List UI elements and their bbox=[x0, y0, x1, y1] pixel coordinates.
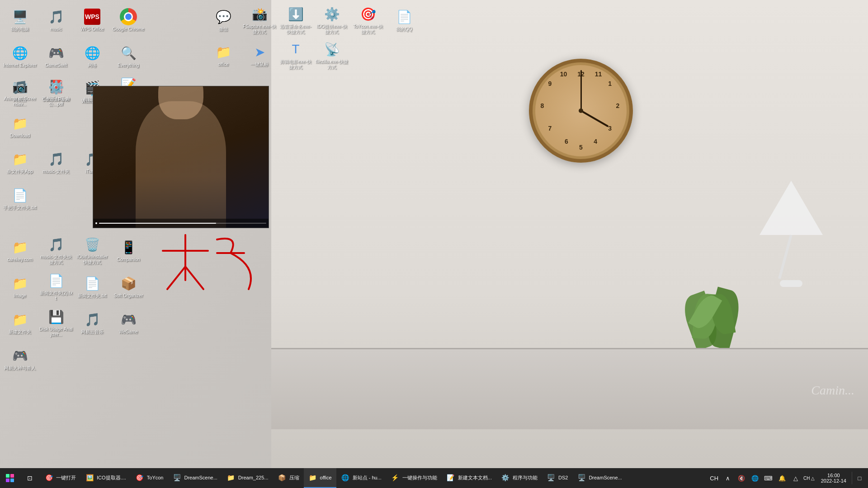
taskbar-app-dreamscene2[interactable]: 🖥️ DreamScene... bbox=[572, 468, 626, 488]
taskbar-app-xinjian-hu[interactable]: 🌐 新站点 - hu... bbox=[336, 468, 386, 488]
windows-logo-icon bbox=[5, 474, 14, 483]
icon-wangyi[interactable]: 🌐 网络 bbox=[75, 38, 110, 74]
taskbar-app-dream225[interactable]: 📁 Dream_225... bbox=[222, 468, 273, 488]
icon-everything[interactable]: 🔍 Everything bbox=[111, 38, 146, 74]
taskbar-app-dreamscene[interactable]: 🖥️ DreamScene... bbox=[168, 468, 222, 488]
icon-shenyu[interactable]: 🎮 网易大神与兽人 bbox=[2, 341, 38, 376]
taskbar-clock[interactable]: 16:00 2022-12-14 bbox=[817, 473, 850, 483]
taskbar-app-yijian-label: 一键操作与功能 bbox=[402, 474, 437, 481]
icon-office-folder[interactable]: 📁 office bbox=[206, 38, 241, 73]
taskbar-app-ds2[interactable]: 🖥️ DS2 bbox=[542, 468, 572, 488]
taskbar-app-textdoc-label: 新建文本文档... bbox=[458, 474, 492, 481]
yijian-icon: ⚡ bbox=[391, 473, 400, 482]
svg-line-3 bbox=[185, 267, 203, 289]
icon-arrow-app[interactable]: ➤ 一键鼠标 bbox=[242, 38, 277, 73]
volume-icon[interactable]: 🔇 bbox=[735, 472, 748, 484]
icon-typora[interactable]: T 剪辑电影exe-快捷方式 bbox=[278, 38, 313, 73]
icon-ido-exe[interactable]: ⚙️ IDO提供exe-快捷方式 bbox=[314, 2, 349, 38]
clock-num-11: 11 bbox=[595, 70, 602, 78]
icon-fsapture[interactable]: 📸 FSapture.exe-快捷方式 bbox=[242, 2, 277, 38]
taskbar-app-programs-label: 程序与功能 bbox=[513, 474, 538, 481]
icon-carekey[interactable]: 📁 carekey.com bbox=[2, 233, 38, 268]
quicktool-icon: 🎯 bbox=[44, 473, 53, 482]
icon-wegame[interactable]: 🎮 WeGame bbox=[111, 305, 146, 340]
icon-music[interactable]: 🎵 music bbox=[38, 2, 74, 38]
icon-control-panel[interactable]: ⚙️ Control Panel bbox=[38, 73, 74, 108]
network-icon[interactable]: 🌐 bbox=[749, 472, 761, 484]
start-button[interactable] bbox=[0, 468, 20, 488]
chevron-icon[interactable]: ∧ bbox=[722, 472, 734, 484]
icon-music-app[interactable]: 🎵 music-文件夹 bbox=[38, 145, 74, 180]
clock-num-2: 2 bbox=[616, 102, 619, 109]
icon-news1[interactable]: 📄 新闻文件夹.txt bbox=[75, 269, 110, 304]
taskbar-app-textdoc[interactable]: 📝 新建文本文档... bbox=[442, 468, 496, 488]
icon-pdf-folder[interactable]: 📄 手把手文件夹.txt bbox=[2, 181, 38, 216]
clock-time: 16:00 bbox=[827, 473, 840, 478]
icon-news2[interactable]: 📄 新闻文件夹(2).txt bbox=[38, 269, 74, 304]
clock-num-5: 5 bbox=[579, 144, 583, 151]
taskbar-app-dream225-label: Dream_225... bbox=[238, 475, 269, 480]
desktop-icons-lower: 📁 carekey.com 🎵 music-文件夹快捷方式 🗑️ IObitUn… bbox=[0, 230, 148, 379]
svg-line-2 bbox=[167, 267, 185, 289]
wall-clock: 12 1 2 3 4 5 6 7 8 9 10 11 bbox=[529, 59, 633, 163]
taskbar-app-ico-label: ICO提取器.... bbox=[97, 474, 126, 481]
handwriting-annotation bbox=[149, 226, 262, 316]
ds2-icon: 🖥️ bbox=[547, 473, 556, 482]
taskbar-system-tray: CH ∧ 🔇 🌐 ⌨ 🔔 △ CH △ 16:00 2022-12-14 □ bbox=[704, 468, 868, 488]
icon-filezilla[interactable]: 📡 filezilla.exe-快捷方式 bbox=[314, 38, 349, 73]
clock-num-7: 7 bbox=[548, 125, 552, 132]
taskbar-app-office[interactable]: 📁 office bbox=[304, 468, 336, 488]
icon-wechat[interactable]: 💬 微信 bbox=[206, 2, 241, 38]
taskbar-app-ds2-label: DS2 bbox=[558, 475, 568, 480]
clock-date: 2022-12-14 bbox=[821, 478, 846, 483]
taskbar-app-compress[interactable]: 📦 压缩 bbox=[273, 468, 304, 488]
taskbar-app-dreamscene-label: DreamScene... bbox=[184, 475, 217, 480]
taskbar-app-yijian[interactable]: ⚡ 一键操作与功能 bbox=[386, 468, 442, 488]
icon-google-chrome[interactable]: Google Chrome bbox=[111, 2, 146, 38]
icon-wangyi3[interactable]: 🎵 网易云 bbox=[2, 73, 38, 108]
desktop-wallpaper: 12 1 2 3 4 5 6 7 8 9 10 11 bbox=[271, 0, 868, 488]
icon-misc-app[interactable]: 📁 杂文件夹App bbox=[2, 145, 38, 180]
icon-disk-usage[interactable]: 💾 Disk Usage Analyzer... bbox=[38, 305, 74, 340]
icon-download[interactable]: 📁 Download bbox=[2, 109, 38, 144]
taskbar-app-toycon[interactable]: 🎯 ToYcon bbox=[131, 468, 168, 488]
ime-ch-icon[interactable]: CH △ bbox=[803, 472, 816, 484]
input-method-icon[interactable]: CH bbox=[708, 472, 721, 484]
icon-image-folder[interactable]: 📁 Image bbox=[2, 269, 38, 304]
dreamscene2-icon: 🖥️ bbox=[577, 473, 586, 482]
icon-xl-exe[interactable]: ⬇️ 迅雷重命名exe-快捷方式 bbox=[278, 2, 313, 38]
show-desktop-button[interactable]: □ bbox=[852, 472, 864, 484]
icon-companion[interactable]: 📱 Companion bbox=[111, 233, 146, 268]
icon-soft-organizer[interactable]: 📦 Soft Organizer bbox=[111, 269, 146, 304]
caret-up-icon[interactable]: △ bbox=[789, 472, 802, 484]
clock-num-3: 3 bbox=[608, 125, 612, 132]
taskbar-app-label: 一键打开 bbox=[56, 474, 76, 481]
icon-qq[interactable]: 📄 我的QQ bbox=[387, 2, 422, 38]
taskbar-app-compress-label: 压缩 bbox=[289, 474, 299, 481]
notification-icon[interactable]: 🔔 bbox=[776, 472, 788, 484]
video-preview[interactable] bbox=[93, 86, 269, 228]
taskbar-app-programs[interactable]: ⚙️ 程序与功能 bbox=[496, 468, 542, 488]
taskbar-app-ico[interactable]: 🖼️ ICO提取器.... bbox=[80, 468, 131, 488]
icon-computer[interactable]: 🖥️ 我的电脑 bbox=[2, 2, 38, 38]
dream225-icon: 📁 bbox=[226, 473, 236, 482]
clock-num-6: 6 bbox=[565, 138, 568, 145]
icon-wps-office[interactable]: WPS WPS Office bbox=[75, 2, 110, 38]
icon-netease-music[interactable]: 🎵 网易云音乐 bbox=[75, 305, 110, 340]
icon-gameswift[interactable]: 🎮 GameSwift bbox=[38, 38, 74, 74]
keyboard-icon[interactable]: ⌨ bbox=[762, 472, 775, 484]
svg-rect-5 bbox=[6, 474, 9, 478]
icon-ie[interactable]: 🌐 Internet Explorer bbox=[2, 38, 38, 74]
task-view-button[interactable]: ⊡ bbox=[20, 468, 40, 488]
clock-hour-hand bbox=[580, 110, 609, 127]
taskbar-app-toycon-label: ToYcon bbox=[147, 475, 164, 480]
icon-iobit[interactable]: 🗑️ IObitUninstaller快捷方式 bbox=[75, 233, 110, 268]
taskbar-app-quicktool[interactable]: 🎯 一键打开 bbox=[40, 468, 80, 488]
icon-music-folder[interactable]: 🎵 music-文件夹快捷方式 bbox=[38, 233, 74, 268]
icon-toycon-exe[interactable]: 🎯 ToYcon.exe-快捷方式 bbox=[350, 2, 386, 38]
svg-rect-8 bbox=[10, 479, 14, 482]
clock-center bbox=[579, 108, 583, 113]
camin-watermark: Camin... bbox=[811, 383, 854, 398]
icon-new-folder[interactable]: 📁 新建文件夹 bbox=[2, 305, 38, 340]
clock-minute-hand bbox=[580, 70, 582, 111]
